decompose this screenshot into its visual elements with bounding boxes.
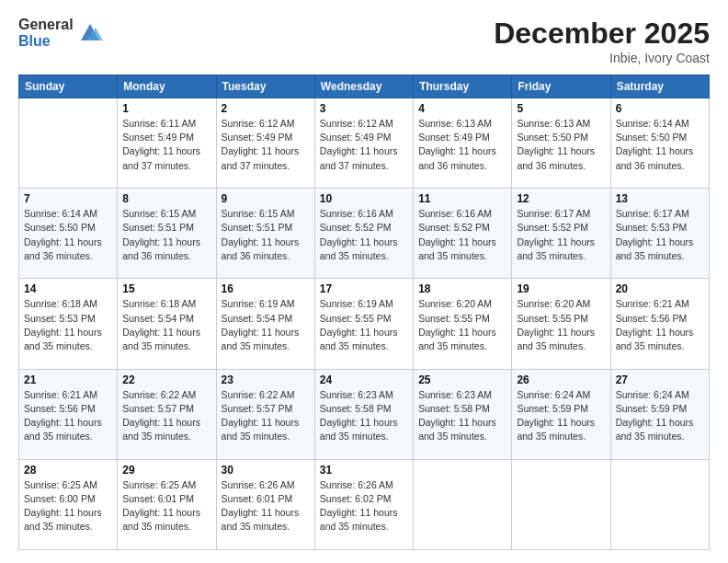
day-info: Sunrise: 6:18 AM Sunset: 5:53 PM Dayligh… [24, 297, 112, 353]
day-number: 15 [122, 282, 210, 295]
day-number: 11 [418, 192, 506, 205]
title-block: December 2025 Inbie, Ivory Coast [494, 17, 710, 65]
header-tuesday: Tuesday [216, 75, 314, 98]
table-row: 29Sunrise: 6:25 AM Sunset: 6:01 PM Dayli… [118, 459, 216, 549]
day-info: Sunrise: 6:21 AM Sunset: 5:56 PM Dayligh… [24, 388, 112, 444]
day-number: 30 [222, 464, 310, 477]
day-info: Sunrise: 6:13 AM Sunset: 5:49 PM Dayligh… [418, 117, 506, 173]
table-row: 11Sunrise: 6:16 AM Sunset: 5:52 PM Dayli… [414, 189, 512, 279]
day-number: 18 [418, 282, 506, 295]
table-row: 26Sunrise: 6:24 AM Sunset: 5:59 PM Dayli… [512, 369, 610, 459]
day-number: 16 [222, 282, 310, 295]
calendar-week-row: 1Sunrise: 6:11 AM Sunset: 5:49 PM Daylig… [19, 98, 710, 189]
table-row: 7Sunrise: 6:14 AM Sunset: 5:50 PM Daylig… [19, 189, 118, 279]
table-row [610, 459, 709, 549]
day-number: 2 [222, 102, 310, 115]
logo: General Blue [18, 17, 103, 49]
day-number: 20 [616, 282, 704, 295]
day-info: Sunrise: 6:13 AM Sunset: 5:50 PM Dayligh… [517, 117, 605, 173]
table-row: 25Sunrise: 6:23 AM Sunset: 5:58 PM Dayli… [414, 369, 512, 459]
day-info: Sunrise: 6:22 AM Sunset: 5:57 PM Dayligh… [222, 388, 310, 444]
day-number: 8 [122, 192, 210, 205]
day-info: Sunrise: 6:21 AM Sunset: 5:56 PM Dayligh… [616, 297, 704, 353]
page: General Blue December 2025 Inbie, Ivory … [0, 0, 728, 563]
day-info: Sunrise: 6:17 AM Sunset: 5:53 PM Dayligh… [616, 207, 704, 263]
header-sunday: Sunday [19, 75, 118, 98]
table-row: 19Sunrise: 6:20 AM Sunset: 5:55 PM Dayli… [512, 279, 610, 369]
day-number: 21 [24, 373, 112, 386]
header-thursday: Thursday [414, 75, 512, 98]
logo-blue: Blue [18, 33, 74, 50]
day-number: 27 [616, 373, 704, 386]
table-row: 16Sunrise: 6:19 AM Sunset: 5:54 PM Dayli… [216, 279, 314, 369]
table-row: 30Sunrise: 6:26 AM Sunset: 6:01 PM Dayli… [216, 459, 314, 549]
day-info: Sunrise: 6:11 AM Sunset: 5:49 PM Dayligh… [122, 117, 210, 173]
day-number: 1 [122, 102, 210, 115]
day-number: 26 [517, 373, 605, 386]
day-info: Sunrise: 6:24 AM Sunset: 5:59 PM Dayligh… [517, 388, 605, 444]
day-number: 23 [222, 373, 310, 386]
day-number: 3 [320, 102, 408, 115]
table-row: 10Sunrise: 6:16 AM Sunset: 5:52 PM Dayli… [314, 189, 413, 279]
table-row: 9Sunrise: 6:15 AM Sunset: 5:51 PM Daylig… [216, 189, 314, 279]
day-number: 5 [517, 102, 605, 115]
day-number: 10 [320, 192, 408, 205]
table-row: 20Sunrise: 6:21 AM Sunset: 5:56 PM Dayli… [610, 279, 709, 369]
table-row: 13Sunrise: 6:17 AM Sunset: 5:53 PM Dayli… [610, 189, 709, 279]
table-row: 8Sunrise: 6:15 AM Sunset: 5:51 PM Daylig… [118, 189, 216, 279]
table-row: 18Sunrise: 6:20 AM Sunset: 5:55 PM Dayli… [414, 279, 512, 369]
calendar-week-row: 7Sunrise: 6:14 AM Sunset: 5:50 PM Daylig… [19, 189, 710, 279]
day-info: Sunrise: 6:20 AM Sunset: 5:55 PM Dayligh… [517, 297, 605, 353]
day-info: Sunrise: 6:12 AM Sunset: 5:49 PM Dayligh… [222, 117, 310, 173]
table-row [414, 459, 512, 549]
calendar-week-row: 14Sunrise: 6:18 AM Sunset: 5:53 PM Dayli… [19, 279, 710, 369]
logo-text: General Blue [18, 17, 74, 49]
table-row: 24Sunrise: 6:23 AM Sunset: 5:58 PM Dayli… [314, 369, 413, 459]
day-info: Sunrise: 6:19 AM Sunset: 5:55 PM Dayligh… [320, 297, 408, 353]
table-row [19, 98, 118, 189]
day-info: Sunrise: 6:26 AM Sunset: 6:02 PM Dayligh… [320, 478, 408, 534]
calendar-week-row: 28Sunrise: 6:25 AM Sunset: 6:00 PM Dayli… [19, 459, 710, 549]
day-info: Sunrise: 6:24 AM Sunset: 5:59 PM Dayligh… [616, 388, 704, 444]
table-row: 14Sunrise: 6:18 AM Sunset: 5:53 PM Dayli… [19, 279, 118, 369]
table-row: 12Sunrise: 6:17 AM Sunset: 5:52 PM Dayli… [512, 189, 610, 279]
logo-icon [77, 20, 103, 46]
day-info: Sunrise: 6:22 AM Sunset: 5:57 PM Dayligh… [122, 388, 210, 444]
day-number: 25 [418, 373, 506, 386]
table-row: 23Sunrise: 6:22 AM Sunset: 5:57 PM Dayli… [216, 369, 314, 459]
table-row: 28Sunrise: 6:25 AM Sunset: 6:00 PM Dayli… [19, 459, 118, 549]
day-info: Sunrise: 6:15 AM Sunset: 5:51 PM Dayligh… [222, 207, 310, 263]
header-wednesday: Wednesday [314, 75, 413, 98]
day-info: Sunrise: 6:14 AM Sunset: 5:50 PM Dayligh… [24, 207, 112, 263]
day-number: 14 [24, 282, 112, 295]
day-number: 13 [616, 192, 704, 205]
table-row: 3Sunrise: 6:12 AM Sunset: 5:49 PM Daylig… [314, 98, 413, 189]
header: General Blue December 2025 Inbie, Ivory … [18, 17, 710, 65]
day-number: 4 [418, 102, 506, 115]
day-number: 31 [320, 464, 408, 477]
day-info: Sunrise: 6:14 AM Sunset: 5:50 PM Dayligh… [616, 117, 704, 173]
table-row: 31Sunrise: 6:26 AM Sunset: 6:02 PM Dayli… [314, 459, 413, 549]
day-number: 28 [24, 464, 112, 477]
month-title: December 2025 [494, 17, 710, 51]
day-number: 19 [517, 282, 605, 295]
day-number: 17 [320, 282, 408, 295]
calendar-table: Sunday Monday Tuesday Wednesday Thursday… [18, 75, 710, 550]
day-number: 29 [122, 464, 210, 477]
logo-general: General [18, 17, 74, 33]
day-number: 22 [122, 373, 210, 386]
table-row: 22Sunrise: 6:22 AM Sunset: 5:57 PM Dayli… [118, 369, 216, 459]
day-info: Sunrise: 6:20 AM Sunset: 5:55 PM Dayligh… [418, 297, 506, 353]
day-info: Sunrise: 6:23 AM Sunset: 5:58 PM Dayligh… [320, 388, 408, 444]
table-row: 1Sunrise: 6:11 AM Sunset: 5:49 PM Daylig… [118, 98, 216, 189]
day-info: Sunrise: 6:18 AM Sunset: 5:54 PM Dayligh… [122, 297, 210, 353]
table-row: 15Sunrise: 6:18 AM Sunset: 5:54 PM Dayli… [118, 279, 216, 369]
day-number: 9 [222, 192, 310, 205]
table-row: 21Sunrise: 6:21 AM Sunset: 5:56 PM Dayli… [19, 369, 118, 459]
day-info: Sunrise: 6:19 AM Sunset: 5:54 PM Dayligh… [222, 297, 310, 353]
day-number: 24 [320, 373, 408, 386]
table-row: 2Sunrise: 6:12 AM Sunset: 5:49 PM Daylig… [216, 98, 314, 189]
header-friday: Friday [512, 75, 610, 98]
day-info: Sunrise: 6:25 AM Sunset: 6:00 PM Dayligh… [24, 478, 112, 534]
day-info: Sunrise: 6:12 AM Sunset: 5:49 PM Dayligh… [320, 117, 408, 173]
